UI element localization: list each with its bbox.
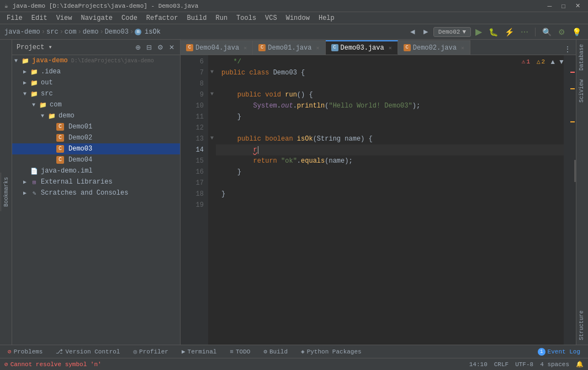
tab-close-demo02[interactable]: ✕ xyxy=(461,45,464,51)
nav-forward-button[interactable]: ▶ xyxy=(420,27,431,36)
tree-item-demo03[interactable]: C Demo03 xyxy=(12,143,180,154)
bottom-tab-python-packages[interactable]: ◈ Python Packages xyxy=(298,346,365,357)
tab-demo02[interactable]: C Demo02.java ✕ xyxy=(398,40,470,55)
scratches-icon: ✎ xyxy=(30,190,39,197)
tree-item-demo[interactable]: ▼ 📁 demo xyxy=(12,110,180,121)
breadcrumb-com[interactable]: com xyxy=(65,28,77,36)
tree-item-scratches[interactable]: ▶ ✎ Scratches and Consoles xyxy=(12,187,180,199)
out-10: out xyxy=(281,100,293,111)
debug-button[interactable]: 🐛 xyxy=(486,26,500,37)
tab-close-demo04[interactable]: ✕ xyxy=(243,45,247,51)
menu-code[interactable]: Code xyxy=(117,13,142,23)
menu-bar: File Edit View Navigate Code Refactor Bu… xyxy=(0,12,588,24)
sciview-sidebar-tab[interactable]: SciView xyxy=(576,75,588,107)
bookmarks-sidebar-label[interactable]: Bookmarks xyxy=(1,173,12,211)
breadcrumb-class[interactable]: Demo03 xyxy=(105,28,129,36)
breadcrumb-demo[interactable]: demo xyxy=(83,28,99,36)
run-with-coverage-button[interactable]: ⚡ xyxy=(502,26,516,37)
menu-help[interactable]: Help xyxy=(314,13,339,23)
database-sidebar-tab[interactable]: Database xyxy=(576,40,588,75)
run-button[interactable]: ▶ xyxy=(473,25,484,38)
fold-marker-17 xyxy=(208,176,216,187)
tree-item-ext-libs[interactable]: ▶ ⊞ External Libraries xyxy=(12,176,180,187)
add-module-button[interactable]: ⊕ xyxy=(134,42,142,52)
tree-item-src[interactable]: ▼ 📁 src xyxy=(12,88,180,99)
fold-marker-16 xyxy=(208,165,216,176)
editor-section: C Demo04.java ✕ C Demo01.java ✕ C Demo03… xyxy=(181,40,576,345)
fold-marker-18 xyxy=(208,187,216,199)
param-name-15: name xyxy=(329,155,345,167)
main-area: Bookmarks Project ▾ ⊕ ⊟ ⚙ ✕ ▼ 📁 java-dem… xyxy=(0,40,588,345)
line-number-7: 7 xyxy=(185,67,204,78)
run-config-dropdown[interactable]: Demo02 ▼ xyxy=(433,27,471,37)
editor-content[interactable]: */ public class Demo03 { public void run… xyxy=(216,55,568,345)
code-line-12 xyxy=(216,122,568,133)
bottom-tab-terminal[interactable]: ▶ Terminal xyxy=(178,346,220,357)
nav-back-button[interactable]: ◀ xyxy=(407,27,418,36)
tab-close-demo03[interactable]: ✕ xyxy=(389,45,392,51)
tab-demo03[interactable]: C Demo03.java ✕ xyxy=(326,40,398,55)
fold-marker-13[interactable]: ▼ xyxy=(208,132,216,143)
menu-refactor[interactable]: Refactor xyxy=(142,13,183,23)
maximize-button[interactable]: □ xyxy=(558,1,569,10)
tree-item-demo01[interactable]: C Demo01 xyxy=(12,121,180,132)
tree-item-com[interactable]: ▼ 📁 com xyxy=(12,99,180,110)
collapse-all-button[interactable]: ⊟ xyxy=(145,42,153,52)
cursor-position[interactable]: 14:10 xyxy=(469,361,488,368)
scroll-bar-track[interactable] xyxy=(564,55,568,345)
menu-run[interactable]: Run xyxy=(211,13,232,23)
tabs-overflow-button[interactable]: ⋮ xyxy=(561,44,574,55)
fold-marker-6 xyxy=(208,55,216,66)
bottom-tab-profiler[interactable]: ◎ Profiler xyxy=(130,346,171,357)
tree-item-root[interactable]: ▼ 📁 java-demo D:\IdeaProjects\java-demo xyxy=(12,55,180,66)
fold-marker-9[interactable]: ▼ xyxy=(208,88,216,99)
tree-item-out[interactable]: ▶ 📁 out xyxy=(12,77,180,88)
menu-file[interactable]: File xyxy=(2,13,27,23)
file-encoding[interactable]: UTF-8 xyxy=(515,361,533,368)
breadcrumb-src[interactable]: src xyxy=(46,28,59,36)
tab-label-demo04: Demo04.java xyxy=(195,44,239,52)
close-button[interactable]: ✕ xyxy=(572,1,584,10)
tab-demo01[interactable]: C Demo01.java ✕ xyxy=(253,40,325,55)
tree-item-demo02[interactable]: C Demo02 xyxy=(12,132,180,143)
tabs-actions: ⋮ xyxy=(561,44,576,55)
settings-button[interactable]: ⚙ xyxy=(556,26,568,37)
tabs-bar: C Demo04.java ✕ C Demo01.java ✕ C Demo03… xyxy=(181,40,576,55)
minimize-button[interactable]: ─ xyxy=(544,1,555,10)
tab-close-demo01[interactable]: ✕ xyxy=(316,45,319,51)
line-ending[interactable]: CRLF xyxy=(494,361,508,368)
tree-item-idea[interactable]: ▶ 📁 .idea xyxy=(12,66,180,77)
bottom-tab-versioncontrol[interactable]: ⎇ Version Control xyxy=(52,346,123,357)
bottom-tab-todo[interactable]: ≡ TODO xyxy=(226,346,253,357)
menu-tools[interactable]: Tools xyxy=(232,13,261,23)
problems-label: Problems xyxy=(14,348,43,355)
menu-window[interactable]: Window xyxy=(282,13,314,23)
method-isok-13: isOk xyxy=(297,133,313,144)
more-run-actions-button[interactable]: ⋯ xyxy=(518,26,531,37)
bottom-tab-build[interactable]: ⚙ Build xyxy=(260,346,291,357)
scroll-thumb[interactable] xyxy=(574,160,576,182)
project-settings-button[interactable]: ⚙ xyxy=(156,42,165,52)
close-panel-button[interactable]: ✕ xyxy=(168,42,176,52)
window-controls[interactable]: ─ □ ✕ xyxy=(544,1,584,10)
tree-item-iml[interactable]: 📄 java-demo.iml xyxy=(12,165,180,176)
breadcrumb-project[interactable]: java-demo xyxy=(4,28,40,36)
indent-setting[interactable]: 4 spaces xyxy=(540,361,569,368)
menu-edit[interactable]: Edit xyxy=(27,13,52,23)
tree-item-demo04[interactable]: C Demo04 xyxy=(12,154,180,165)
tree-arrow-root: ▼ xyxy=(14,58,21,64)
bottom-tab-eventlog[interactable]: 1 Event Log xyxy=(534,346,584,357)
search-button[interactable]: 🔍 xyxy=(540,26,554,37)
menu-build[interactable]: Build xyxy=(182,13,211,23)
warnings-navigate-up[interactable]: ▲ xyxy=(549,58,556,66)
menu-navigate[interactable]: Navigate xyxy=(76,13,117,23)
menu-vcs[interactable]: VCS xyxy=(261,13,282,23)
structure-sidebar-tab[interactable]: Structure xyxy=(576,306,588,345)
help-search-button[interactable]: 💡 xyxy=(570,26,584,37)
warnings-navigate-down[interactable]: ▼ xyxy=(558,58,565,66)
tab-demo04[interactable]: C Demo04.java ✕ xyxy=(181,40,253,55)
breadcrumb-method[interactable]: isOk xyxy=(145,28,161,36)
bottom-tab-problems[interactable]: ⊘ Problems xyxy=(4,346,46,357)
fold-marker-7[interactable]: ▼ xyxy=(208,66,216,77)
menu-view[interactable]: View xyxy=(52,13,77,23)
